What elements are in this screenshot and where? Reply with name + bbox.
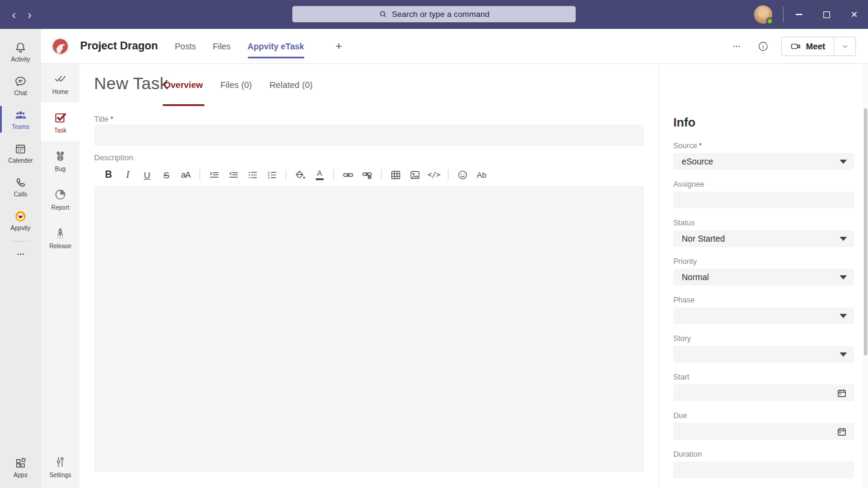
paint-bucket-icon: [295, 169, 306, 181]
emoji-button[interactable]: [453, 166, 472, 183]
svg-text:3: 3: [268, 175, 269, 179]
italic-button[interactable]: I: [118, 166, 137, 183]
close-button[interactable]: ✕: [840, 0, 868, 29]
channel-more-button[interactable]: [728, 38, 745, 55]
app-rail: Activity Chat Teams Calender Calls Appvi…: [0, 29, 41, 488]
teams-people-icon: [14, 108, 27, 122]
close-icon: ✕: [851, 10, 858, 19]
sidebar-item-appvity[interactable]: Appvity: [0, 204, 41, 237]
sidebar-item-teams[interactable]: Teams: [0, 102, 41, 136]
highlight-color-button[interactable]: [291, 166, 310, 183]
more-apps-button[interactable]: [0, 245, 41, 263]
info-panel: Info Source* eSource Assignee Status Nor…: [658, 64, 863, 488]
outdent-button[interactable]: [224, 166, 243, 183]
status-dropdown[interactable]: Nor Started: [673, 230, 854, 247]
due-label: Due: [673, 411, 687, 420]
triangle-down-icon: [840, 314, 847, 318]
team-tabs: Posts Files Appvity eTask +: [175, 29, 342, 63]
indent-icon: [209, 169, 220, 181]
tab-task-files[interactable]: Files (0): [219, 64, 253, 106]
title-bar: ‹ › Search or type a command ✓ ✕: [0, 0, 868, 29]
vertical-scrollbar: [863, 64, 868, 488]
source-dropdown[interactable]: eSource: [673, 153, 854, 170]
remove-link-button[interactable]: [357, 166, 377, 183]
channel-info-button[interactable]: [755, 38, 772, 55]
priority-label: Priority: [673, 257, 697, 266]
meet-dropdown-button[interactable]: [834, 37, 855, 55]
required-asterisk: *: [699, 142, 702, 150]
underline-button[interactable]: U: [137, 166, 157, 183]
font-color-icon: A: [317, 169, 322, 177]
duration-label: Duration: [673, 450, 702, 458]
bold-button[interactable]: B: [99, 166, 118, 183]
sidebar-item-label: Calls: [14, 191, 27, 198]
numbered-list-button[interactable]: 123: [262, 166, 281, 183]
table-icon: [390, 169, 401, 181]
team-logo[interactable]: [51, 37, 70, 56]
meet-button[interactable]: Meet: [782, 37, 834, 55]
info-heading: Info: [673, 116, 696, 130]
sidebar-item-calls[interactable]: Calls: [0, 170, 41, 204]
user-avatar[interactable]: ✓: [754, 5, 772, 23]
teams-window: ‹ › Search or type a command ✓ ✕ Activit…: [0, 0, 868, 488]
duration-input[interactable]: [682, 465, 847, 475]
toolbar-divider: [448, 169, 448, 180]
code-snippet-button[interactable]: </>: [424, 166, 444, 183]
sidebar-item-activity[interactable]: Activity: [0, 35, 41, 69]
sidebar-item-label: Calender: [8, 157, 33, 164]
source-label: Source*: [673, 142, 702, 150]
settings-sliders-icon: [53, 455, 68, 469]
task-title-input[interactable]: [94, 125, 644, 146]
minimize-button[interactable]: [785, 0, 813, 29]
maximize-button[interactable]: [813, 0, 840, 29]
indent-button[interactable]: [204, 166, 224, 183]
strikethrough-button[interactable]: S: [157, 166, 176, 183]
tab-appvity-etask[interactable]: Appvity eTask: [248, 29, 304, 63]
assignee-input[interactable]: [682, 195, 847, 205]
start-date-field[interactable]: [673, 384, 854, 401]
sidebar-item-calendar[interactable]: Calender: [0, 136, 41, 170]
search-input[interactable]: Search or type a command: [292, 6, 576, 22]
tab-related[interactable]: Related (0): [268, 64, 314, 106]
module-item-label: Task: [54, 127, 67, 134]
module-item-report[interactable]: Report: [41, 180, 80, 218]
tab-posts[interactable]: Posts: [175, 29, 196, 63]
module-item-settings[interactable]: Settings: [41, 447, 80, 486]
assignee-field: [673, 192, 854, 208]
insert-table-button[interactable]: [386, 166, 405, 183]
clear-format-button[interactable]: Ab: [472, 166, 491, 183]
calendar-icon: [837, 427, 847, 437]
module-item-label: Bug: [55, 166, 66, 172]
sidebar-item-apps[interactable]: Apps: [0, 451, 41, 484]
description-input[interactable]: [94, 186, 644, 472]
unlink-icon: [362, 169, 373, 181]
tab-overview[interactable]: Overview: [163, 64, 204, 106]
bullet-list-button[interactable]: [243, 166, 262, 183]
rail-divider: [11, 241, 30, 242]
priority-dropdown[interactable]: Normal: [673, 269, 854, 286]
ellipsis-icon: [731, 41, 742, 52]
insert-image-button[interactable]: [405, 166, 424, 183]
insert-link-button[interactable]: [338, 166, 357, 183]
font-size-button[interactable]: aA: [176, 166, 195, 183]
module-item-home[interactable]: Home: [41, 64, 80, 102]
outdent-icon: [228, 169, 239, 181]
toolbar-divider: [333, 169, 334, 180]
forward-button[interactable]: ›: [22, 0, 37, 29]
sidebar-item-chat[interactable]: Chat: [0, 69, 41, 102]
team-header: Project Dragon Posts Files Appvity eTask…: [41, 29, 868, 64]
tab-files[interactable]: Files: [213, 29, 231, 63]
font-color-button[interactable]: A: [310, 166, 329, 183]
scrollbar-thumb[interactable]: [864, 108, 867, 355]
apps-grid-icon: [14, 457, 27, 470]
due-date-field[interactable]: [673, 423, 854, 440]
module-item-bug[interactable]: Bug: [41, 141, 80, 180]
add-tab-button[interactable]: +: [336, 40, 342, 53]
phase-dropdown[interactable]: [673, 307, 854, 324]
triangle-down-icon: [840, 237, 847, 241]
module-item-task[interactable]: Task: [41, 102, 80, 141]
story-dropdown[interactable]: [673, 346, 854, 363]
module-item-release[interactable]: Release: [41, 218, 80, 257]
back-button[interactable]: ‹: [6, 0, 22, 29]
numbered-list-icon: 123: [266, 169, 278, 181]
